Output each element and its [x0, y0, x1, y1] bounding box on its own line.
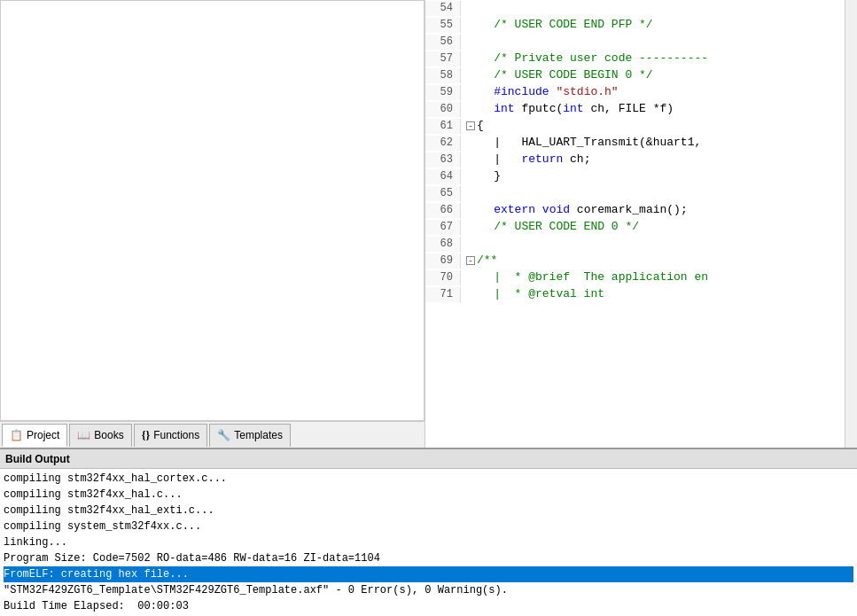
- code-line-60: 60 int fputc(int ch, FILE *f): [425, 101, 845, 118]
- code-line-67: 67 /* USER CODE END 0 */: [425, 219, 845, 236]
- main-area: 📋 Project 📖 Books {} Functions 🔧 Templat…: [0, 0, 857, 448]
- line-num-58: 58: [425, 68, 461, 83]
- line-content-60: int fputc(int ch, FILE *f): [461, 101, 674, 118]
- build-line-2: compiling stm32f4xx_hal.c...: [4, 487, 853, 503]
- line-num-59: 59: [425, 85, 461, 100]
- build-line-7: FromELF: creating hex file...: [4, 566, 853, 582]
- left-panel: 📋 Project 📖 Books {} Functions 🔧 Templat…: [0, 0, 425, 448]
- templates-tab-icon: 🔧: [217, 429, 230, 441]
- code-line-55: 55 /* USER CODE END PFP */: [425, 17, 845, 34]
- code-line-71: 71 | * @retval int: [425, 286, 845, 303]
- code-line-59: 59 #include "stdio.h": [425, 84, 845, 101]
- code-line-63: 63 | return ch;: [425, 152, 845, 168]
- books-tab-label: Books: [94, 429, 123, 441]
- code-line-69: 69 -/**: [425, 253, 845, 269]
- code-panel: 54 55 /* USER CODE END PFP */ 56: [425, 0, 857, 448]
- line-num-63: 63: [425, 152, 461, 168]
- line-content-56: [461, 34, 473, 51]
- code-line-70: 70 | * @brief The application en: [425, 269, 845, 286]
- line-content-55: /* USER CODE END PFP */: [461, 17, 653, 34]
- line-num-71: 71: [425, 287, 461, 302]
- project-tab-icon: 📋: [10, 429, 23, 441]
- line-num-69: 69: [425, 253, 461, 269]
- templates-tab-label: Templates: [234, 429, 283, 441]
- code-line-68: 68: [425, 236, 845, 253]
- line-content-54: [461, 0, 473, 17]
- line-num-70: 70: [425, 270, 461, 285]
- code-editor[interactable]: 54 55 /* USER CODE END PFP */ 56: [425, 0, 845, 448]
- line-content-69: -/**: [461, 253, 497, 269]
- code-line-58: 58 /* USER CODE BEGIN 0 */: [425, 67, 845, 84]
- line-content-58: /* USER CODE BEGIN 0 */: [461, 67, 653, 84]
- build-line-1: compiling stm32f4xx_hal_cortex.c...: [4, 471, 853, 487]
- build-output-header: Build Output: [0, 449, 857, 469]
- line-content-64: }: [461, 168, 501, 185]
- line-num-66: 66: [425, 203, 461, 218]
- code-line-65: 65: [425, 185, 845, 202]
- build-line-5: linking...: [4, 534, 853, 550]
- line-content-63: | return ch;: [461, 152, 590, 168]
- line-content-67: /* USER CODE END 0 */: [461, 219, 639, 236]
- code-line-56: 56: [425, 34, 845, 51]
- code-area-wrapper: 54 55 /* USER CODE END PFP */ 56: [425, 0, 857, 448]
- line-content-68: [461, 236, 473, 253]
- line-content-57: /* Private user code ----------: [461, 51, 708, 67]
- code-line-54: 54: [425, 0, 845, 17]
- build-line-3: compiling stm32f4xx_hal_exti.c...: [4, 503, 853, 519]
- line-content-62: | HAL_UART_Transmit(&huart1,: [461, 135, 701, 152]
- tab-templates[interactable]: 🔧 Templates: [209, 424, 291, 447]
- line-num-57: 57: [425, 51, 461, 66]
- tab-project[interactable]: 📋 Project: [2, 424, 67, 447]
- project-tab-label: Project: [27, 429, 59, 441]
- code-line-61: 61 -{: [425, 118, 845, 135]
- functions-tab-icon: {}: [142, 429, 150, 442]
- tab-functions[interactable]: {} Functions: [134, 424, 208, 447]
- project-tree: [0, 0, 425, 421]
- line-content-65: [461, 185, 473, 202]
- build-line-4: compiling system_stm32f4xx.c...: [4, 519, 853, 534]
- code-line-57: 57 /* Private user code ----------: [425, 51, 845, 67]
- line-num-62: 62: [425, 136, 461, 151]
- line-num-54: 54: [425, 1, 461, 16]
- tab-books[interactable]: 📖 Books: [69, 424, 131, 447]
- line-num-55: 55: [425, 18, 461, 33]
- build-output-content: compiling stm32f4xx_hal_cortex.c... comp…: [0, 469, 857, 616]
- code-line-64: 64 }: [425, 168, 845, 185]
- line-content-70: | * @brief The application en: [461, 269, 708, 286]
- build-output-title: Build Output: [5, 453, 70, 465]
- code-line-66: 66 extern void coremark_main();: [425, 202, 845, 219]
- code-line-62: 62 | HAL_UART_Transmit(&huart1,: [425, 135, 845, 152]
- line-num-67: 67: [425, 220, 461, 235]
- books-tab-icon: 📖: [77, 429, 90, 441]
- line-num-61: 61: [425, 119, 461, 134]
- line-num-60: 60: [425, 102, 461, 117]
- line-num-68: 68: [425, 237, 461, 252]
- line-content-71: | * @retval int: [461, 286, 604, 303]
- line-num-64: 64: [425, 169, 461, 184]
- code-scrollbar[interactable]: [845, 0, 857, 448]
- line-content-66: extern void coremark_main();: [461, 202, 688, 219]
- fold-69[interactable]: -: [466, 256, 475, 265]
- line-num-65: 65: [425, 186, 461, 201]
- build-line-9: Build Time Elapsed: 00:00:03: [4, 598, 853, 614]
- line-content-61: -{: [461, 118, 484, 135]
- build-output-panel: Build Output compiling stm32f4xx_hal_cor…: [0, 448, 857, 616]
- build-line-8: "STM32F429ZGT6_Template\STM32F429ZGT6_Te…: [4, 582, 853, 598]
- line-content-59: #include "stdio.h": [461, 84, 619, 101]
- fold-61[interactable]: -: [466, 121, 475, 130]
- tab-bar: 📋 Project 📖 Books {} Functions 🔧 Templat…: [0, 421, 425, 448]
- functions-tab-label: Functions: [153, 429, 199, 441]
- code-lines: 54 55 /* USER CODE END PFP */ 56: [425, 0, 845, 303]
- line-num-56: 56: [425, 35, 461, 50]
- build-line-6: Program Size: Code=7502 RO-data=486 RW-d…: [4, 550, 853, 566]
